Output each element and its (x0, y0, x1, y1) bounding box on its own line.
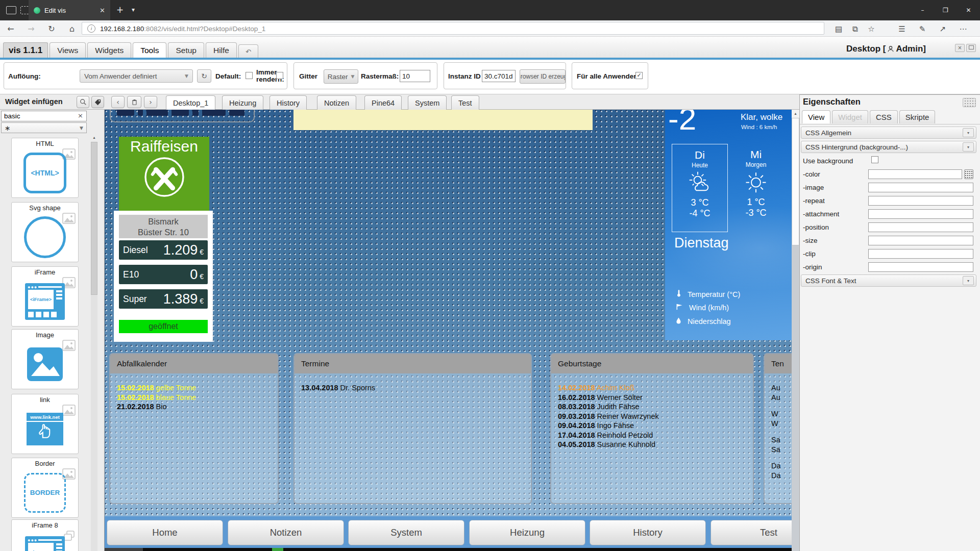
view-tab-desktop_1[interactable]: Desktop_1 (166, 95, 215, 110)
share-icon[interactable]: ↗ (935, 24, 950, 34)
hub-icon[interactable]: ☰ (894, 24, 910, 34)
widget-set-button[interactable] (91, 96, 104, 108)
forward-icon[interactable]: → (23, 24, 39, 34)
accordion-arrow-icon[interactable]: ▾ (963, 128, 974, 137)
tab-list-chevron-icon[interactable]: ▾ (132, 6, 135, 13)
menu-tab-views[interactable]: Views (50, 42, 86, 58)
accordion-arrow-icon[interactable]: ▾ (963, 142, 974, 152)
nav-button-system[interactable]: System (348, 520, 464, 545)
properties-tab-widget[interactable]: Widget (832, 110, 868, 123)
field-input-clip[interactable] (868, 249, 973, 259)
field-input-origin[interactable] (868, 262, 973, 272)
reading-view-icon[interactable]: ▤ (831, 24, 846, 34)
window-minimize-button[interactable]: – (911, 0, 934, 20)
always-render-checkbox[interactable] (276, 72, 283, 79)
panel-abfallkalender[interactable]: Abfallkalender15.02.2018 gelbe Tonne15.0… (109, 353, 279, 504)
view-tab-notizen[interactable]: Notizen (317, 95, 356, 110)
panel-close-icon[interactable]: × (955, 44, 965, 52)
menu-tab-widgets[interactable]: Widgets (87, 42, 131, 58)
section-css-general[interactable]: CSS Allgemein ▾ (801, 127, 976, 139)
properties-tab-css[interactable]: CSS (870, 110, 898, 123)
home-icon[interactable]: ⌂ (64, 24, 80, 34)
back-icon[interactable]: ← (3, 24, 18, 34)
tab-preview-icon[interactable] (6, 6, 16, 16)
fuel-brand-widget[interactable]: Raiffeisen (119, 137, 209, 211)
widget-card-border[interactable]: BorderBORDER (11, 458, 79, 518)
nav-button-notizen[interactable]: Notizen (228, 520, 344, 545)
instance-id-input[interactable] (482, 70, 516, 82)
new-tab-button[interactable]: + (116, 5, 124, 15)
widget-card-iframe8[interactable]: iFrame 8●●●<iFrame> (11, 519, 79, 551)
field-input-repeat[interactable] (868, 196, 973, 206)
tab-close-icon[interactable]: ✕ (100, 7, 105, 14)
section-css-background[interactable]: CSS Hintergrund (background-...) ▾ (801, 141, 976, 153)
field-input-size[interactable] (868, 236, 973, 245)
widget-card-html[interactable]: HTML<HTML> (11, 138, 79, 198)
widget-set-select[interactable]: ∗ ▼ (1, 122, 87, 133)
raster-size-input[interactable] (400, 70, 430, 82)
browser-tab[interactable]: Edit vis ✕ (29, 0, 110, 20)
canvas-scroll-up-icon[interactable]: ▴ (792, 110, 799, 118)
window-close-button[interactable]: ✕ (957, 0, 980, 20)
next-view-button[interactable]: › (144, 96, 157, 108)
sidebar-scroll-up-icon[interactable]: ▴ (91, 134, 97, 142)
weather-widget[interactable]: -2 Klar, wolke Wind : 6 km/h DiHeute3 °C… (665, 110, 792, 340)
sidebar-scrollbar[interactable]: ▴ (91, 134, 97, 551)
window-maximize-button[interactable]: ❐ (934, 0, 957, 20)
nav-button-heizung[interactable]: Heizung (469, 520, 585, 545)
field-input-attachment[interactable] (868, 209, 973, 219)
view-tab-system[interactable]: System (408, 95, 447, 110)
menu-tab-hilfe[interactable]: Hilfe (206, 42, 237, 58)
raster-dropdown-button[interactable]: Raster▼ (324, 69, 358, 84)
sidebar-scroll-thumb[interactable] (91, 142, 97, 295)
resolution-refresh-button[interactable]: ↻ (197, 69, 211, 83)
widget-card-circle[interactable]: Svg shape (11, 202, 79, 262)
refresh-icon[interactable]: ↻ (44, 24, 59, 34)
favorites-star-icon[interactable]: ☆ (864, 24, 879, 34)
view-canvas[interactable]: Raiffeisen Bismark Büster Str. 10 Diesel… (105, 110, 792, 551)
nav-button-history[interactable]: History (590, 520, 706, 545)
widget-card-iframe[interactable]: iFrame●●●<iFrame> (11, 266, 79, 327)
undo-button[interactable]: ↶ (238, 44, 258, 58)
note-widget[interactable] (293, 110, 593, 130)
all-users-checkbox[interactable]: ✓ (635, 72, 643, 79)
resolution-select[interactable]: Vom Anwender definiert▼ (80, 69, 193, 83)
panel-ten[interactable]: TenAuAuWWSaSaDaDa (764, 353, 792, 504)
panel-grip-icon[interactable] (963, 98, 976, 107)
view-tab-pine64[interactable]: Pine64 (364, 95, 402, 110)
widget-card-link[interactable]: linkwww.link.net (11, 394, 79, 454)
panel-termine[interactable]: Termine13.04.2018 Dr. Sporns (293, 353, 532, 504)
field-input-position[interactable] (868, 222, 973, 232)
field-input-image[interactable] (868, 183, 973, 192)
widget-card-image[interactable]: Image (11, 329, 79, 389)
accordion-arrow-icon[interactable]: ▾ (963, 276, 974, 285)
panel-dock-icon[interactable] (966, 44, 976, 52)
menu-tab-setup[interactable]: Setup (168, 42, 204, 58)
color-picker-button[interactable] (964, 169, 973, 179)
filter-clear-icon[interactable]: × (78, 112, 83, 119)
properties-tab-view[interactable]: View (802, 110, 830, 123)
web-note-icon[interactable]: ✎ (915, 24, 930, 34)
widget-search-button[interactable] (77, 96, 89, 108)
split-tabs-icon[interactable]: ⧉ (847, 24, 863, 34)
site-info-icon[interactable]: i (87, 24, 95, 33)
field-input-color[interactable] (868, 169, 962, 179)
properties-tab-skripte[interactable]: Skripte (899, 110, 936, 123)
fuel-prices-widget[interactable]: Bismark Büster Str. 10 Diesel1.209€E100€… (114, 211, 213, 342)
default-checkbox[interactable] (246, 72, 253, 79)
view-tab-heizung[interactable]: Heizung (222, 95, 263, 110)
widget-filter-input[interactable] (1, 111, 87, 121)
view-tab-history[interactable]: History (270, 95, 307, 110)
nav-button-home[interactable]: Home (107, 520, 223, 545)
menu-tab-tools[interactable]: Tools (133, 42, 166, 58)
nav-button-test[interactable]: Test (710, 520, 792, 545)
view-tab-test[interactable]: Test (451, 95, 479, 110)
prev-view-button[interactable]: ‹ (111, 96, 125, 108)
use-background-checkbox[interactable] (871, 156, 878, 163)
more-menu-icon[interactable]: ⋯ (955, 24, 971, 34)
canvas-scrollbar[interactable]: ▴ (792, 110, 799, 551)
canvas-scroll-thumb[interactable] (792, 118, 799, 245)
section-css-font[interactable]: CSS Font & Text ▾ (801, 274, 976, 287)
url-field[interactable]: i 192.168.2.180:8082/vis/edit.html?Deskt… (82, 22, 824, 35)
delete-view-button[interactable] (127, 96, 141, 108)
